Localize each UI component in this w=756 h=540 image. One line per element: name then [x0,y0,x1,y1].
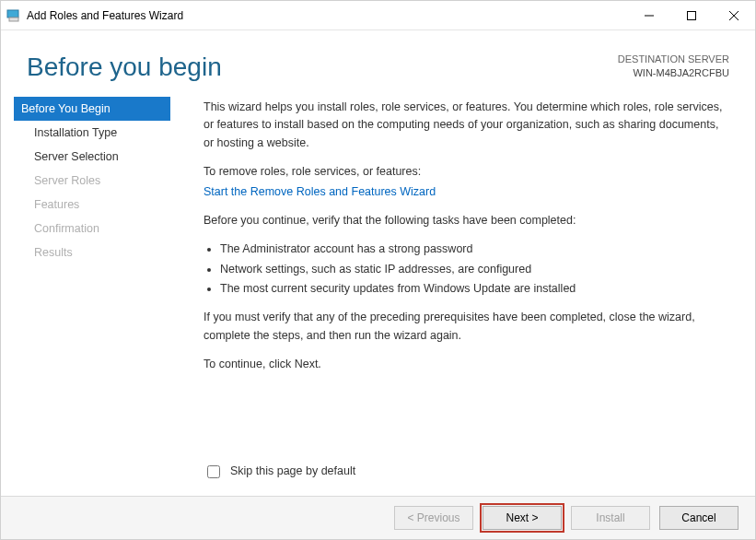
page-heading: Before you begin [27,53,618,82]
svg-rect-0 [7,10,18,18]
cancel-button[interactable]: Cancel [659,506,739,530]
install-button: Install [571,506,650,530]
nav-results: Results [17,241,176,264]
prereq-item: The Administrator account has a strong p… [220,241,729,258]
nav-server-roles: Server Roles [17,169,176,193]
wizard-content: This wizard helps you install roles, rol… [176,89,755,496]
nav-server-selection[interactable]: Server Selection [17,145,176,169]
nav-features: Features [17,193,176,217]
next-button[interactable]: Next > [483,506,562,530]
verify-note: If you must verify that any of the prece… [204,309,729,345]
minimize-button[interactable] [628,1,670,29]
nav-confirmation: Confirmation [17,217,176,241]
server-manager-icon [6,8,21,23]
intro-text: This wizard helps you install roles, rol… [204,99,729,152]
wizard-footer: < Previous Next > Install Cancel [1,496,755,539]
verify-label: Before you continue, verify that the fol… [204,212,729,229]
remove-wizard-link[interactable]: Start the Remove Roles and Features Wiza… [204,185,436,198]
svg-rect-1 [9,18,18,21]
prereq-list: The Administrator account has a strong p… [204,241,729,298]
destination-name: WIN-M4BJA2RCFBU [618,66,729,80]
continue-note: To continue, click Next. [204,356,729,373]
previous-button: < Previous [394,506,473,530]
wizard-nav: Before You Begin Installation Type Serve… [1,89,176,496]
window-controls [628,1,755,29]
prereq-item: Network settings, such as static IP addr… [220,261,729,278]
prereq-item: The most current security updates from W… [220,280,729,298]
wizard-header: Before you begin DESTINATION SERVER WIN-… [1,30,755,89]
nav-before-you-begin[interactable]: Before You Begin [14,97,170,121]
title-bar: Add Roles and Features Wizard [1,1,755,30]
skip-label: Skip this page by default [230,463,355,480]
close-button[interactable] [713,1,755,29]
destination-info: DESTINATION SERVER WIN-M4BJA2RCFBU [618,53,729,81]
maximize-button[interactable] [670,1,713,29]
window-title: Add Roles and Features Wizard [27,9,628,22]
destination-label: DESTINATION SERVER [618,53,729,66]
remove-label: To remove roles, role services, or featu… [204,163,729,181]
skip-checkbox[interactable] [207,465,220,478]
svg-rect-3 [688,11,696,19]
nav-installation-type[interactable]: Installation Type [17,121,176,145]
